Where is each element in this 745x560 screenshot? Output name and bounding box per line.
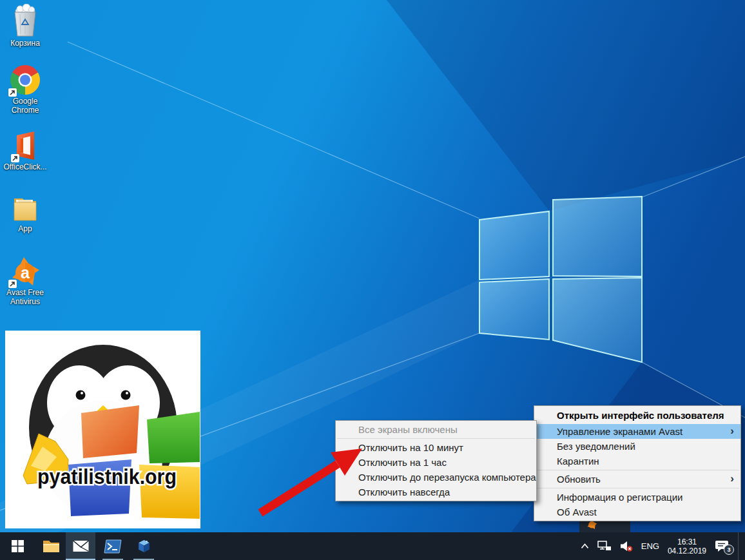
watermark-text: pyatilistnik.org <box>37 465 177 488</box>
avast-icon: a <box>10 256 41 287</box>
submenu-item-disable-until-restart[interactable]: Отключить до перезапуска компьютера <box>336 470 536 485</box>
powershell-icon <box>104 539 122 554</box>
folder-icon <box>10 193 40 223</box>
cube-app-icon <box>137 539 151 553</box>
menu-item-avast-shields-control[interactable]: Управление экранами Avast › <box>534 424 740 439</box>
avast-screens-submenu: Все экраны включены Отключить на 10 мину… <box>335 420 537 501</box>
file-explorer-button[interactable] <box>36 532 66 560</box>
volume-muted-icon[interactable] <box>620 541 633 552</box>
svg-text:a: a <box>21 264 30 282</box>
mail-app-button[interactable] <box>66 532 95 560</box>
menu-item-update[interactable]: Обновить › <box>534 472 740 487</box>
file-explorer-icon <box>43 539 60 554</box>
submenu-status: Все экраны включены <box>336 422 536 437</box>
shortcut-arrow-icon <box>8 280 17 288</box>
desktop-icon-recycle-bin[interactable]: Корзина <box>0 4 50 48</box>
menu-item-quarantine[interactable]: Карантин <box>534 454 740 468</box>
desktop-icon-google-chrome[interactable]: Google Chrome <box>0 64 50 115</box>
submenu-item-disable-1hour[interactable]: Отключить на 1 час <box>336 455 536 470</box>
recycle-bin-icon <box>10 4 40 37</box>
chevron-right-icon: › <box>730 423 734 438</box>
menu-item-open-avast-ui[interactable]: Открыть интерфейс пользователя Avast <box>534 407 740 424</box>
chrome-icon <box>10 64 41 95</box>
app-cube-button[interactable] <box>129 532 159 560</box>
desktop-icon-officeclick[interactable]: OfficeClick... <box>0 130 50 172</box>
powershell-button[interactable] <box>98 532 128 560</box>
shortcut-arrow-icon <box>11 154 19 162</box>
chevron-right-icon: › <box>730 471 734 486</box>
desktop-icon-label: App <box>18 225 32 234</box>
submenu-item-disable-forever[interactable]: Отключить навсегда <box>336 485 536 499</box>
system-tray: ENG 16:31 04.12.2019 3 <box>581 532 741 560</box>
menu-item-silent-mode[interactable]: Без уведомлений <box>534 439 740 454</box>
windows-start-icon <box>12 540 24 552</box>
notification-badge: 3 <box>724 545 734 555</box>
shortcut-arrow-icon <box>8 88 17 97</box>
clock-time: 16:31 <box>677 537 697 546</box>
watermark-image: pyatilistnik.org <box>5 331 200 528</box>
menu-item-about-avast[interactable]: Об Avast <box>534 505 740 519</box>
desktop-screen: Корзина Google Chrome <box>0 0 745 560</box>
network-icon[interactable] <box>597 541 612 552</box>
show-desktop-button[interactable] <box>738 532 741 560</box>
desktop-icon-label: OfficeClick... <box>3 163 46 172</box>
desktop-icon-avast[interactable]: a Avast Free Antivirus <box>0 256 50 307</box>
desktop-icon-label: Google Chrome <box>0 97 50 115</box>
action-center-button[interactable]: 3 <box>715 540 730 552</box>
start-button[interactable] <box>3 532 32 560</box>
desktop-icon-label: Корзина <box>10 39 40 48</box>
menu-item-registration-info[interactable]: Информация о регистрации <box>534 490 740 505</box>
tray-chevron-up-icon[interactable] <box>581 543 589 549</box>
office-icon <box>12 130 38 161</box>
desktop-icon-app-folder[interactable]: App <box>0 193 50 234</box>
menu-separator <box>536 488 739 488</box>
language-indicator[interactable]: ENG <box>641 541 659 551</box>
clock-date: 04.12.2019 <box>668 546 706 555</box>
avast-tray-menu: Открыть интерфейс пользователя Avast Упр… <box>534 405 741 521</box>
taskbar: ENG 16:31 04.12.2019 3 <box>0 532 745 560</box>
desktop-icon-label: Avast Free Antivirus <box>0 289 50 307</box>
mail-icon <box>73 540 89 552</box>
menu-separator <box>536 470 739 470</box>
taskbar-clock[interactable]: 16:31 04.12.2019 <box>668 537 706 555</box>
submenu-item-disable-10min[interactable]: Отключить на 10 минут <box>336 440 536 455</box>
menu-separator <box>337 438 535 439</box>
